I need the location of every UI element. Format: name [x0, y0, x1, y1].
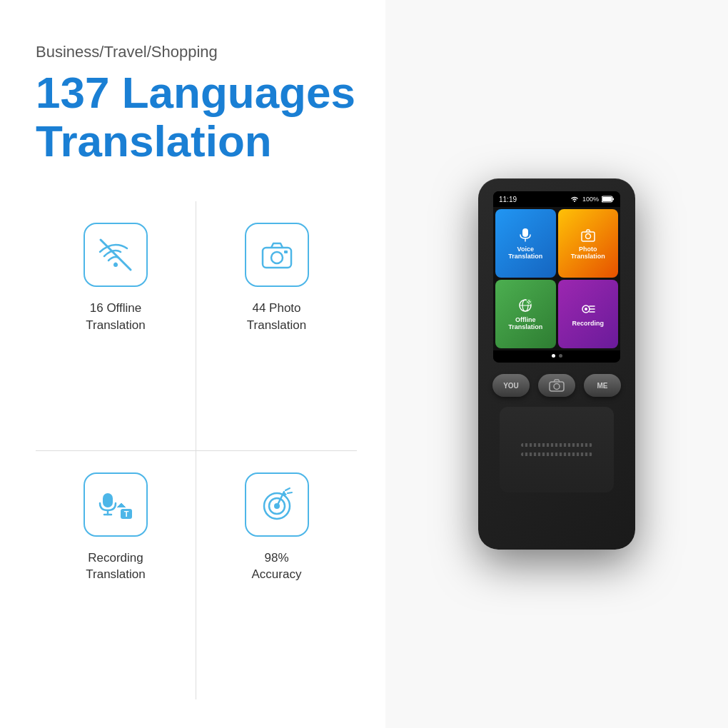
tile-camera-icon — [580, 227, 596, 243]
svg-point-1 — [113, 263, 118, 267]
feature-offline-label: 16 OfflineTranslation — [86, 300, 145, 334]
feature-offline: 16 OfflineTranslation — [36, 201, 196, 450]
tile-recording[interactable]: Recording — [558, 280, 619, 348]
feature-accuracy: 98%Accuracy — [196, 451, 357, 699]
tile-voice-label: VoiceTranslation — [508, 246, 542, 260]
camera-button-icon — [549, 379, 565, 392]
main-title-line1: 137 Languages — [36, 68, 355, 117]
speaker-grill-1 — [521, 443, 592, 447]
speaker-grill-2 — [521, 453, 592, 456]
feature-photo: 44 PhotoTranslation — [196, 201, 357, 450]
tile-photo[interactable]: PhotoTranslation — [558, 209, 619, 278]
tile-offline[interactable]: OfflineTranslation — [495, 280, 556, 348]
feature-recording: T RecordingTranslation — [36, 451, 196, 699]
svg-point-37 — [554, 384, 560, 390]
record-translate-icon-box: T — [84, 472, 148, 537]
svg-point-12 — [274, 503, 280, 509]
main-title: 137 Languages Translation — [36, 69, 357, 166]
camera-icon — [258, 236, 295, 273]
you-button-label: YOU — [503, 382, 519, 390]
feature-accuracy-label: 98%Accuracy — [252, 550, 302, 584]
screen-apps: VoiceTranslation PhotoTranslation — [493, 207, 620, 350]
tile-offline-label: OfflineTranslation — [508, 316, 542, 330]
features-grid: 16 OfflineTranslation 44 PhotoTranslatio… — [36, 201, 357, 699]
target-icon-box — [245, 472, 309, 537]
battery-icon — [602, 196, 615, 203]
tagline: Business/Travel/Shopping — [36, 43, 357, 61]
globe-offline-icon — [517, 298, 533, 313]
svg-rect-5 — [103, 493, 113, 507]
svg-point-22 — [585, 234, 590, 239]
tile-recording-label: Recording — [572, 320, 604, 327]
svg-rect-18 — [612, 198, 614, 201]
svg-line-14 — [285, 488, 290, 490]
dot-1 — [552, 354, 555, 358]
feature-photo-label: 44 PhotoTranslation — [247, 300, 306, 334]
svg-rect-19 — [522, 228, 528, 237]
svg-line-15 — [288, 492, 292, 493]
feature-recording-label: RecordingTranslation — [86, 550, 145, 584]
recording-icon — [580, 301, 596, 317]
microphone-icon — [517, 227, 533, 243]
device-screen: 11:19 100% — [493, 191, 620, 363]
right-panel: 11:19 100% — [385, 0, 728, 728]
left-panel: Business/Travel/Shopping 137 Languages T… — [0, 0, 385, 728]
battery-percent: 100% — [582, 196, 599, 203]
no-wifi-icon-box — [84, 223, 148, 287]
svg-point-3 — [271, 252, 283, 263]
dot-2 — [559, 354, 562, 358]
svg-text:T: T — [124, 510, 129, 518]
me-button-label: ME — [597, 382, 608, 390]
screen-dots — [493, 350, 620, 361]
tile-photo-label: PhotoTranslation — [571, 246, 605, 260]
svg-point-32 — [585, 308, 587, 310]
record-translate-icon: T — [96, 485, 136, 525]
status-bar: 11:19 100% — [493, 191, 620, 207]
you-button[interactable]: YOU — [492, 374, 530, 397]
tile-voice[interactable]: VoiceTranslation — [495, 209, 556, 278]
svg-rect-4 — [284, 251, 288, 253]
main-title-line2: Translation — [36, 116, 272, 166]
device: 11:19 100% — [478, 178, 635, 550]
svg-line-30 — [529, 301, 530, 302]
camera-button[interactable] — [538, 374, 575, 397]
no-wifi-icon — [97, 236, 134, 273]
device-time: 11:19 — [499, 196, 517, 203]
me-button[interactable]: ME — [584, 374, 621, 397]
speaker-area — [500, 407, 614, 492]
svg-rect-17 — [602, 197, 612, 201]
target-icon — [258, 486, 295, 523]
camera-icon-box — [245, 223, 309, 287]
wifi-icon — [570, 196, 580, 203]
device-buttons: YOU ME — [492, 374, 621, 397]
